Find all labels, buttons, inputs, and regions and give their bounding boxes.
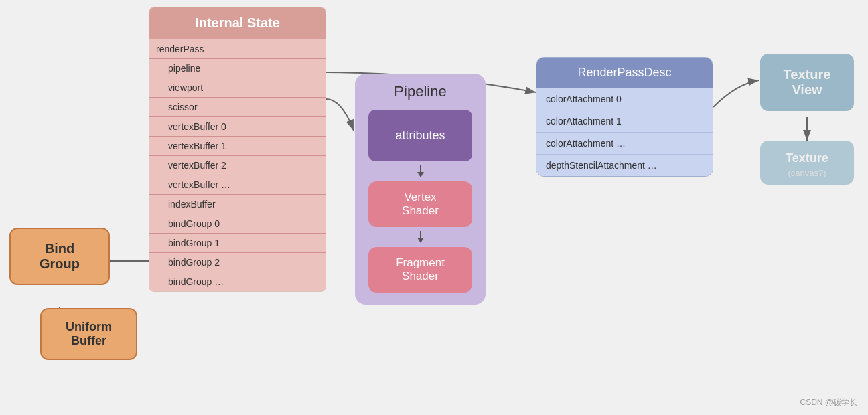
uniform-buffer-box: UniformBuffer bbox=[40, 308, 137, 360]
is-vb0: vertexBuffer 0 bbox=[149, 116, 326, 136]
pipeline-title: Pipeline bbox=[394, 83, 446, 100]
svg-marker-4 bbox=[417, 238, 424, 243]
is-ib: indexBuffer bbox=[149, 194, 326, 214]
bind-group-box: BindGroup bbox=[9, 228, 110, 285]
is-vb2: vertexBuffer 2 bbox=[149, 155, 326, 175]
rpd-ds: depthStencilAttachment … bbox=[536, 154, 713, 176]
internal-state-box: Internal State renderPass pipeline viewp… bbox=[149, 7, 326, 292]
attributes-box: attributes bbox=[368, 110, 472, 161]
is-bg2: bindGroup 2 bbox=[149, 252, 326, 272]
is-bgdot: bindGroup … bbox=[149, 272, 326, 291]
internal-state-header: Internal State bbox=[149, 7, 326, 39]
texture-title: Texture bbox=[767, 151, 847, 165]
svg-marker-2 bbox=[417, 172, 424, 177]
rpd-ca1: colorAttachment 1 bbox=[536, 110, 713, 132]
rpd-cadot: colorAttachment … bbox=[536, 132, 713, 154]
vertex-shader-box: VertexShader bbox=[368, 181, 472, 227]
texture-view-box: TextureView bbox=[760, 54, 854, 111]
is-vb1: vertexBuffer 1 bbox=[149, 136, 326, 155]
texture-subtitle: (canvas?) bbox=[767, 168, 847, 178]
bind-group-label: BindGroup bbox=[40, 241, 80, 271]
uniform-buffer-label: UniformBuffer bbox=[66, 320, 112, 347]
is-vbdot: vertexBuffer … bbox=[149, 175, 326, 194]
is-bg0: bindGroup 0 bbox=[149, 214, 326, 233]
rpd-ca0: colorAttachment 0 bbox=[536, 88, 713, 110]
renderpass-desc-header: RenderPassDesc bbox=[536, 58, 713, 88]
is-pipeline: pipeline bbox=[149, 58, 326, 78]
fragment-shader-box: FragmentShader bbox=[368, 247, 472, 293]
attr-to-vertex-arrow bbox=[414, 165, 427, 177]
diagram-container: Internal State renderPass pipeline viewp… bbox=[0, 0, 868, 415]
pipeline-box: Pipeline attributes VertexShader Fragmen… bbox=[355, 74, 486, 305]
internal-state-renderpass: renderPass bbox=[149, 39, 326, 58]
watermark: CSDN @碳学长 bbox=[800, 397, 857, 408]
texture-box: Texture (canvas?) bbox=[760, 141, 854, 185]
texture-view-label: TextureView bbox=[784, 67, 831, 97]
vertex-to-fragment-arrow bbox=[414, 231, 427, 243]
is-viewport: viewport bbox=[149, 78, 326, 97]
is-bg1: bindGroup 1 bbox=[149, 233, 326, 252]
renderpass-desc-box: RenderPassDesc colorAttachment 0 colorAt… bbox=[536, 57, 713, 177]
is-scissor: scissor bbox=[149, 97, 326, 116]
